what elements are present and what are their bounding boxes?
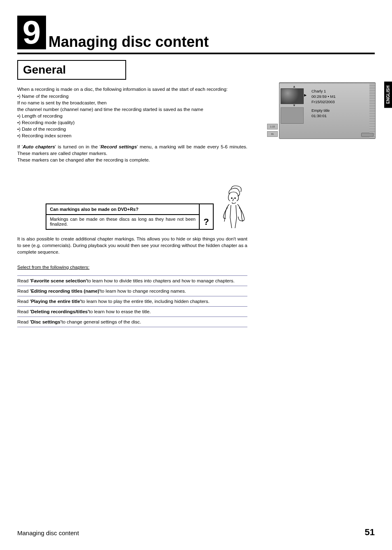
toc4-suffix: to change general settings of the disc. [62,319,141,324]
toc0-suffix: to learn how to divide titles into chapt… [87,278,235,283]
bullet-index: •) Recording index screen [17,132,247,139]
toc-editing-titles[interactable]: Read 'Editing recording titles (name)'to… [17,286,247,296]
section-heading: General [23,63,120,76]
osd-time-mode: 00:29:59 • M1 [311,94,368,99]
auto-chapters-text: If 'Auto chapters' is turned on in the '… [17,144,247,157]
osd-empty-title: Empty title [311,108,368,113]
osd-minitab-time: 1:15 [267,124,278,129]
thinking-person-svg [219,185,247,230]
toc4-bold: 'Disc settings' [30,319,62,324]
chapter-underline [17,53,375,54]
tip-block: Can markings also be made on DVD+Rs? Mar… [17,185,247,230]
noname-line: If no name is sent by the broadcaster, t… [17,99,247,106]
page-number: 51 [365,527,375,538]
osd-play-icon: ▶ [304,93,307,97]
toc2-bold: 'Playing the entire title' [30,299,81,304]
toc4-prefix: Read [17,319,30,324]
chapter-header: 9 Managing disc content [17,16,375,49]
toc1-suffix: to learn how to change recording names. [100,289,186,293]
select-line: Select from the following chapters: [17,265,247,270]
tip-body: Markings can be made on these discs as l… [50,217,196,226]
chapter-number: 9 [23,16,41,49]
toc0-prefix: Read [17,278,30,283]
rs-term: Record settings [101,144,137,149]
toc1-bold: 'Editing recording titles (name)' [30,289,101,293]
channel-line: the channel number (channel name) and ti… [17,106,247,113]
toc3-bold: 'Deleting recordings/titles' [30,309,89,314]
language-tab: ENGLISH [384,81,392,108]
toc-deleting[interactable]: Read 'Deleting recordings/titles'to lear… [17,306,247,317]
toc-disc-settings[interactable]: Read 'Disc settings'to change general se… [17,317,247,327]
markers-change: These markers can be changed after the r… [17,157,247,163]
bullet-length: •) Length of recording [17,113,247,119]
bullet-date: •) Date of the recording [17,126,247,132]
chapter-title: Managing disc content [48,35,209,49]
toc-favorite-scene[interactable]: Read 'Favorite scene selection'to learn … [17,275,247,286]
thinking-person-icon [219,185,247,230]
para-additional-markings: It is also possible to create additional… [17,236,247,255]
osd-arrow-down-icon: ▼ [281,104,308,107]
intro-text: When a recording is made on a disc, the … [17,86,247,93]
toc-playing-entire[interactable]: Read 'Playing the entire title'to learn … [17,296,247,306]
osd-thumbnail-2 [281,107,304,124]
osd-arrow-up-icon: ▲ [281,85,308,88]
osd-minitab-index: 01 [267,131,278,137]
osd-bottom-button [361,133,374,137]
osd-thumbnail-1 [281,88,304,104]
toc3-suffix: to learn how to erase the title. [89,309,151,314]
bullet-mode: •) Recording mode (quality) [17,119,247,126]
footer-title: Managing disc content [17,529,79,536]
ac-term: Auto chapters [23,144,55,149]
svg-point-1 [235,198,235,199]
tip-title: Can markings also be made on DVD+Rs? [46,204,199,215]
chapter-number-box: 9 [17,16,46,49]
ac-mid: ' is turned on in the ' [55,144,101,149]
toc2-prefix: Read [17,299,30,304]
toc1-prefix: Read [17,289,30,293]
osd-date: Fr15/02/2003 [311,99,368,104]
toc2-suffix: to learn how to play the entire title, i… [81,299,210,304]
ac-prefix: If ' [17,144,23,149]
bullet-name: •) Name of the recording [17,93,247,99]
osd-empty-time: 01:30:01 [311,113,368,118]
osd-title-name: Charly 1 [311,89,368,93]
toc0-bold: 'Favorite scene selection' [30,278,87,283]
osd-scrollbar [369,84,375,139]
svg-point-0 [231,198,232,199]
tip-qmark: ? [203,217,209,227]
toc3-prefix: Read [17,309,30,314]
section-heading-box: General [17,60,126,80]
chapter-toc: Read 'Favorite scene selection'to learn … [17,275,247,327]
osd-screenshot: ▲ ▼ ▶ Charly 1 00:29:59 • M1 Fr15/02/200… [279,82,376,139]
